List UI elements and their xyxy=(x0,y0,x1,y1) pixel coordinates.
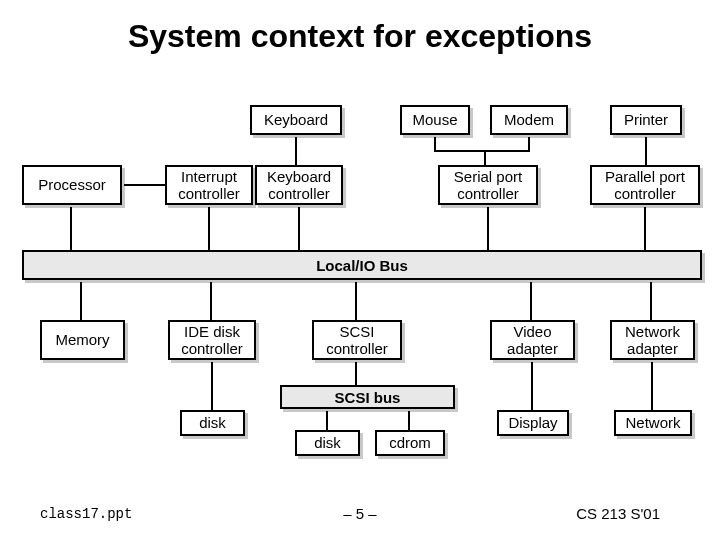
box-network-adapter: Network adapter xyxy=(610,320,695,360)
box-parallel-port-controller: Parallel port controller xyxy=(590,165,700,205)
connector xyxy=(484,150,486,165)
page-title: System context for exceptions xyxy=(0,18,720,55)
box-scsi-controller: SCSI controller xyxy=(312,320,402,360)
footer-course: CS 213 S'01 xyxy=(576,505,660,522)
connector xyxy=(434,150,484,152)
connector xyxy=(295,137,297,165)
connector xyxy=(298,207,300,250)
connector xyxy=(326,411,328,430)
box-disk-ide: disk xyxy=(180,410,245,436)
connector xyxy=(651,362,653,410)
box-modem: Modem xyxy=(490,105,568,135)
box-cdrom: cdrom xyxy=(375,430,445,456)
connector xyxy=(80,282,82,320)
box-keyboard: Keyboard xyxy=(250,105,342,135)
connector xyxy=(487,207,489,250)
box-memory: Memory xyxy=(40,320,125,360)
connector xyxy=(208,207,210,250)
connector xyxy=(355,282,357,320)
box-serial-port-controller: Serial port controller xyxy=(438,165,538,205)
box-ide-disk-controller: IDE disk controller xyxy=(168,320,256,360)
connector xyxy=(70,207,72,250)
box-local-io-bus: Local/IO Bus xyxy=(22,250,702,280)
box-keyboard-controller: Keyboard controller xyxy=(255,165,343,205)
connector xyxy=(484,150,530,152)
connector xyxy=(211,362,213,410)
connector xyxy=(644,207,646,250)
connector xyxy=(124,184,165,186)
box-disk-scsi: disk xyxy=(295,430,360,456)
connector xyxy=(645,137,647,165)
box-network: Network xyxy=(614,410,692,436)
connector xyxy=(355,362,357,385)
box-interrupt-controller: Interrupt controller xyxy=(165,165,253,205)
box-processor: Processor xyxy=(22,165,122,205)
box-printer: Printer xyxy=(610,105,682,135)
connector xyxy=(408,411,410,430)
box-mouse: Mouse xyxy=(400,105,470,135)
connector xyxy=(650,282,652,320)
connector xyxy=(530,282,532,320)
connector xyxy=(531,362,533,410)
box-video-adapter: Video adapter xyxy=(490,320,575,360)
box-scsi-bus: SCSI bus xyxy=(280,385,455,409)
connector xyxy=(210,282,212,320)
box-display: Display xyxy=(497,410,569,436)
